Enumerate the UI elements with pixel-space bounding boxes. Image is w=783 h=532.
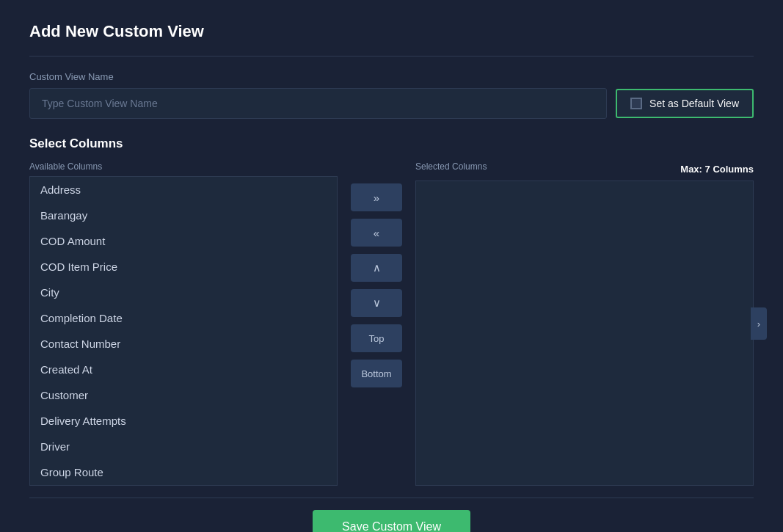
custom-view-name-input[interactable] bbox=[29, 88, 607, 119]
side-arrow-button[interactable]: › bbox=[751, 307, 767, 340]
list-item[interactable]: Contact Number bbox=[30, 331, 337, 357]
bottom-button[interactable]: Bottom bbox=[351, 360, 402, 387]
save-custom-view-button[interactable]: Save Custom View bbox=[313, 510, 470, 532]
input-row: Set as Default View bbox=[29, 88, 754, 119]
default-view-label: Set as Default View bbox=[649, 98, 739, 109]
selected-columns-container: Selected Columns Max: 7 Columns bbox=[415, 161, 754, 486]
page-title: Add New Custom View bbox=[29, 22, 754, 41]
columns-section: Available Columns AddressBarangayCOD Amo… bbox=[29, 161, 754, 486]
move-right-button[interactable]: » bbox=[351, 183, 402, 211]
available-columns-container: Available Columns AddressBarangayCOD Amo… bbox=[29, 161, 338, 486]
list-item[interactable]: COD Amount bbox=[30, 228, 337, 254]
default-view-checkbox[interactable] bbox=[630, 98, 642, 109]
list-item[interactable]: Barangay bbox=[30, 203, 337, 228]
list-item[interactable]: COD Item Price bbox=[30, 254, 337, 280]
selected-columns-list[interactable] bbox=[415, 181, 754, 486]
move-left-button[interactable]: « bbox=[351, 219, 402, 247]
main-container: Add New Custom View Custom View Name Set… bbox=[0, 0, 783, 532]
available-columns-header: Available Columns bbox=[29, 161, 338, 172]
max-columns-label: Max: 7 Columns bbox=[680, 164, 754, 175]
list-item[interactable]: Customer bbox=[30, 382, 337, 408]
available-columns-list[interactable]: AddressBarangayCOD AmountCOD Item PriceC… bbox=[29, 176, 338, 486]
list-item[interactable]: Address bbox=[30, 177, 337, 203]
select-columns-title: Select Columns bbox=[29, 136, 754, 151]
top-button[interactable]: Top bbox=[351, 324, 402, 352]
list-item[interactable]: Completion Date bbox=[30, 305, 337, 331]
move-down-button[interactable]: ∨ bbox=[351, 289, 402, 317]
bottom-divider bbox=[29, 498, 754, 498]
selected-col-header: Selected Columns Max: 7 Columns bbox=[415, 161, 754, 176]
default-view-container[interactable]: Set as Default View bbox=[616, 89, 754, 118]
move-up-button[interactable]: ∧ bbox=[351, 254, 402, 282]
controls-container: » « ∧ ∨ Top Bottom bbox=[338, 161, 415, 486]
list-item[interactable]: Driver bbox=[30, 434, 337, 459]
list-item[interactable]: Group Route bbox=[30, 459, 337, 485]
top-divider bbox=[29, 56, 754, 57]
list-item[interactable]: City bbox=[30, 280, 337, 305]
selected-columns-header: Selected Columns bbox=[415, 161, 487, 172]
custom-view-name-label: Custom View Name bbox=[29, 71, 754, 82]
list-item[interactable]: Delivery Attempts bbox=[30, 408, 337, 434]
list-item[interactable]: Created At bbox=[30, 357, 337, 382]
footer: Save Custom View bbox=[29, 510, 754, 532]
